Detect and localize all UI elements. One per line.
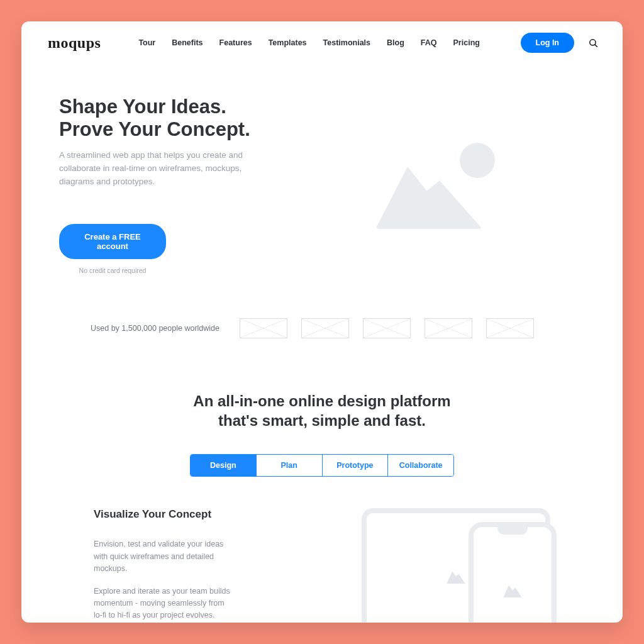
nav-features[interactable]: Features — [219, 38, 252, 47]
section-para: Envision, test and validate your ideas w… — [94, 538, 232, 575]
feature-tabs: Design Plan Prototype Collaborate — [190, 454, 454, 477]
nav-tour[interactable]: Tour — [138, 38, 155, 47]
nav-testimonials[interactable]: Testimonials — [323, 38, 370, 47]
nav-benefits[interactable]: Benefits — [172, 38, 203, 47]
nav-pricing[interactable]: Pricing — [453, 38, 480, 47]
header-right: Log In — [521, 33, 599, 53]
tab-plan[interactable]: Plan — [257, 455, 323, 476]
hero-subtitle: A streamlined web app that helps you cre… — [59, 149, 260, 189]
hero: Shape Your Ideas. Prove Your Concept. A … — [21, 64, 623, 293]
cta-wrap: Create a FREE account No credit card req… — [59, 224, 166, 274]
customer-logos-row: Used by 1,500,000 people worldwide — [21, 293, 623, 361]
image-placeholder-icon — [447, 571, 465, 584]
hero-left: Shape Your Ideas. Prove Your Concept. A … — [59, 96, 260, 274]
hero-title-line1: Shape Your Ideas. — [59, 96, 226, 118]
section-title: An all-in-one online design platform tha… — [177, 391, 467, 430]
search-icon[interactable] — [588, 38, 599, 48]
nav-faq[interactable]: FAQ — [421, 38, 437, 47]
tab-collaborate[interactable]: Collaborate — [388, 455, 453, 476]
logo-placeholder — [486, 318, 534, 338]
svg-line-1 — [595, 44, 597, 46]
tab-design[interactable]: Design — [191, 455, 257, 476]
cta-note: No credit card required — [59, 267, 166, 274]
tab-prototype[interactable]: Prototype — [323, 455, 389, 476]
logo[interactable]: moqups — [48, 35, 101, 52]
visualize-heading: Visualize Your Concept — [94, 508, 232, 521]
section-body: Visualize Your Concept Envision, test an… — [59, 508, 585, 623]
device-mockups — [251, 508, 550, 623]
login-button[interactable]: Log In — [521, 33, 575, 53]
used-by-text: Used by 1,500,000 people worldwide — [91, 324, 219, 333]
hero-image-placeholder — [286, 96, 585, 274]
logo-placeholder — [425, 318, 472, 338]
hero-title: Shape Your Ideas. Prove Your Concept. — [59, 96, 260, 140]
hero-title-line2: Prove Your Concept. — [59, 118, 250, 140]
main-nav: Tour Benefits Features Templates Testimo… — [138, 38, 480, 47]
image-placeholder-icon — [503, 585, 522, 597]
header: moqups Tour Benefits Features Templates … — [21, 21, 623, 64]
section-para: Explore and iterate as your team builds … — [94, 586, 232, 622]
nav-templates[interactable]: Templates — [269, 38, 307, 47]
logo-placeholder — [301, 318, 349, 338]
nav-blog[interactable]: Blog — [387, 38, 404, 47]
page: moqups Tour Benefits Features Templates … — [21, 21, 623, 623]
phone-mockup — [469, 522, 557, 623]
create-account-button[interactable]: Create a FREE account — [59, 224, 166, 259]
section-text: Visualize Your Concept Envision, test an… — [94, 508, 232, 623]
image-placeholder-icon — [369, 131, 501, 238]
platform-section: An all-in-one online design platform tha… — [21, 361, 623, 623]
logo-placeholder — [240, 318, 287, 338]
phone-notch-icon — [497, 527, 528, 535]
logo-placeholder — [363, 318, 411, 338]
sun-icon — [460, 143, 495, 178]
